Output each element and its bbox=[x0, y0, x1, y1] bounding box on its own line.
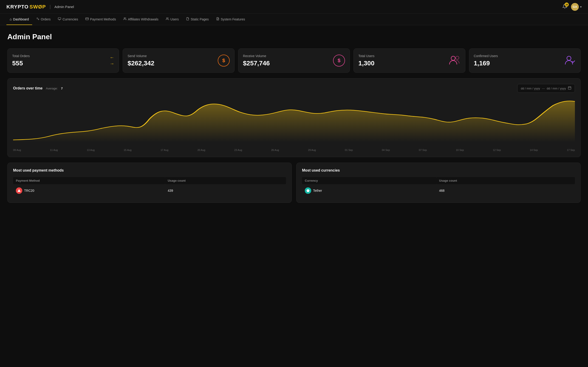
pm-col-method: Payment Method bbox=[13, 177, 165, 184]
svg-point-6 bbox=[166, 18, 168, 19]
chevron-down-icon: ▾ bbox=[580, 5, 582, 8]
chart-label-10: 04 Sep bbox=[382, 149, 390, 151]
notification-button[interactable]: 28 bbox=[562, 4, 567, 10]
send-volume-icon: $ bbox=[218, 55, 230, 67]
header-divider: | bbox=[50, 4, 51, 9]
home-icon: ⌂ bbox=[10, 17, 12, 21]
confirmed-users-icon bbox=[564, 55, 576, 66]
stat-card-receive-volume: Receive Volume $257,746 $ bbox=[238, 48, 350, 73]
chart-avg-label: Average: bbox=[46, 87, 58, 90]
chart-label-5: 20 Aug bbox=[197, 149, 205, 151]
svg-rect-12 bbox=[568, 87, 571, 90]
static-pages-icon bbox=[186, 17, 189, 21]
stat-card-total-users: Total Users 1,300 bbox=[354, 48, 465, 73]
chart-title: Orders over time bbox=[13, 86, 43, 90]
logo: KRYPTO SWØP bbox=[6, 4, 46, 10]
confirmed-users-label: Confirmed Users bbox=[474, 54, 576, 58]
stat-card-send-volume: Send Volume $262,342 $ bbox=[123, 48, 234, 73]
affiliates-icon bbox=[123, 17, 127, 21]
chart-label-15: 17 Sep bbox=[567, 149, 575, 151]
header-right: 28 GA ▾ bbox=[562, 3, 582, 11]
date-range-picker[interactable]: dd / mm / yyyy — dd / mm / yyyy bbox=[517, 84, 575, 93]
nav-item-payment-methods[interactable]: Payment Methods bbox=[82, 14, 119, 25]
nav-item-dashboard[interactable]: ⌂ Dashboard bbox=[6, 14, 32, 25]
pm-col-count: Usage count bbox=[165, 177, 286, 184]
confirmed-users-value: 1,169 bbox=[474, 60, 576, 67]
chart-label-3: 15 Aug bbox=[124, 149, 131, 151]
chart-label-7: 26 Aug bbox=[271, 149, 279, 151]
receive-volume-icon: $ bbox=[333, 55, 345, 67]
nav-item-static-pages[interactable]: Static Pages bbox=[183, 14, 212, 25]
stat-cards: Total Orders 555 ← → Send Volume $262,34… bbox=[7, 48, 581, 73]
chart-labels: 09 Aug 11 Aug 13 Aug 15 Aug 17 Aug 20 Au… bbox=[13, 147, 575, 151]
date-from: dd / mm / yyyy bbox=[521, 87, 540, 90]
receive-volume-value: $257,746 bbox=[243, 60, 345, 67]
receive-volume-label: Receive Volume bbox=[243, 54, 345, 58]
avatar: GA bbox=[571, 3, 579, 11]
nav-label-system-features: System Features bbox=[221, 17, 245, 21]
total-users-value: 1,300 bbox=[358, 60, 460, 67]
date-to: dd / mm / yyyy bbox=[547, 87, 566, 90]
chart-label-0: 09 Aug bbox=[13, 149, 21, 151]
notification-badge: 28 bbox=[565, 2, 569, 7]
svg-point-11 bbox=[567, 56, 571, 60]
nav-label-users: Users bbox=[170, 17, 179, 21]
chart-label-4: 17 Aug bbox=[161, 149, 168, 151]
pm-row-count: 439 bbox=[165, 184, 286, 197]
page-title: Admin Panel bbox=[7, 33, 581, 41]
payment-methods-table: Payment Method Usage count TRC20 bbox=[13, 177, 286, 197]
main-content: Admin Panel Total Orders 555 ← → Send Vo… bbox=[0, 25, 588, 210]
svg-marker-16 bbox=[17, 189, 20, 192]
chart-label-1: 11 Aug bbox=[50, 149, 58, 151]
total-orders-label: Total Orders bbox=[12, 54, 114, 58]
chart-container bbox=[13, 96, 575, 147]
table-row: Tether 468 bbox=[302, 184, 575, 197]
orders-icon bbox=[36, 17, 40, 21]
svg-point-5 bbox=[124, 18, 125, 19]
chart-section: Orders over time Average: 7 dd / mm / yy… bbox=[7, 78, 581, 157]
currencies-table: Currency Usage count Tether bbox=[302, 177, 575, 197]
send-volume-label: Send Volume bbox=[128, 54, 229, 58]
nav-label-dashboard: Dashboard bbox=[13, 17, 29, 21]
total-orders-value: 555 bbox=[12, 60, 114, 67]
total-users-label: Total Users bbox=[358, 54, 460, 58]
chart-label-14: 14 Sep bbox=[530, 149, 538, 151]
stat-card-confirmed-users: Confirmed Users 1,169 bbox=[469, 48, 581, 73]
chart-label-8: 29 Aug bbox=[308, 149, 316, 151]
chart-header: Orders over time Average: 7 dd / mm / yy… bbox=[13, 84, 575, 93]
chart-label-2: 13 Aug bbox=[87, 149, 95, 151]
users-icon bbox=[166, 17, 169, 21]
payment-methods-title: Most used payment methods bbox=[13, 168, 286, 173]
chart-label-11: 07 Sep bbox=[419, 149, 427, 151]
nav-label-static-pages: Static Pages bbox=[191, 17, 209, 21]
total-orders-icon: ← → bbox=[110, 55, 114, 66]
cur-col-currency: Currency bbox=[302, 177, 436, 184]
svg-marker-17 bbox=[306, 189, 309, 192]
system-features-icon bbox=[216, 17, 219, 21]
nav-item-currencies[interactable]: Currencies bbox=[55, 14, 81, 25]
send-volume-value: $262,342 bbox=[128, 60, 229, 67]
nav-item-users[interactable]: Users bbox=[163, 14, 182, 25]
chart-label-6: 23 Aug bbox=[234, 149, 242, 151]
header: KRYPTO SWØP | Admin Panel 28 GA ▾ bbox=[0, 0, 588, 14]
nav-label-currencies: Currencies bbox=[62, 17, 78, 21]
nav-item-affiliates[interactable]: Affiliates Withdrawals bbox=[120, 14, 162, 25]
nav-item-orders[interactable]: Orders bbox=[33, 14, 54, 25]
nav-label-orders: Orders bbox=[41, 17, 51, 21]
tether-icon bbox=[305, 187, 311, 194]
svg-rect-3 bbox=[86, 18, 89, 20]
logo-swap: SWØP bbox=[29, 4, 46, 10]
chart-svg bbox=[13, 96, 575, 147]
svg-point-10 bbox=[456, 56, 459, 59]
date-dash: — bbox=[542, 87, 545, 90]
logo-krypto: KRYPTO bbox=[6, 4, 28, 10]
trc20-icon bbox=[16, 187, 22, 194]
avatar-button[interactable]: GA ▾ bbox=[571, 3, 582, 11]
currencies-icon bbox=[58, 17, 61, 21]
currencies-title: Most used currencies bbox=[302, 168, 575, 173]
cur-col-count: Usage count bbox=[436, 177, 575, 184]
nav-item-system-features[interactable]: System Features bbox=[213, 14, 248, 25]
cur-row-count: 468 bbox=[436, 184, 575, 197]
svg-rect-0 bbox=[58, 18, 61, 19]
nav-label-payment-methods: Payment Methods bbox=[90, 17, 116, 21]
